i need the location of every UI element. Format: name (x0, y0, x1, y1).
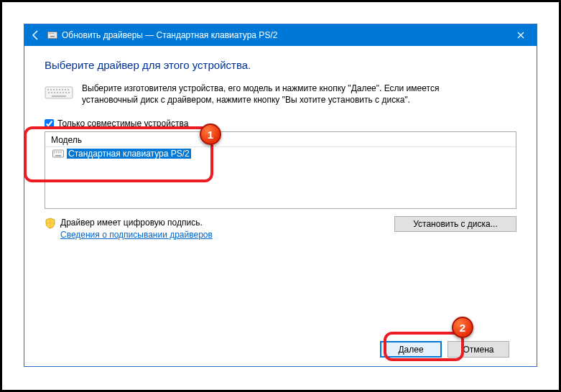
titlebar: Обновить драйверы — Стандартная клавиату… (24, 24, 537, 46)
svg-rect-16 (48, 92, 50, 93)
svg-rect-2 (50, 33, 51, 34)
signature-text: Драйвер имеет цифровую подпись. (60, 218, 213, 228)
svg-rect-21 (62, 92, 64, 93)
compatible-only-checkbox[interactable] (45, 119, 54, 129)
signature-row: Драйвер имеет цифровую подпись. Сведения… (45, 218, 516, 240)
close-button[interactable] (504, 24, 537, 46)
keyboard-item-icon (52, 149, 64, 158)
install-from-disk-button[interactable]: Установить с диска... (394, 216, 516, 232)
svg-rect-27 (56, 151, 57, 153)
svg-rect-11 (56, 89, 57, 90)
wizard-content: Выберите драйвер для этого устройства. (24, 46, 537, 366)
svg-rect-18 (54, 92, 55, 93)
instruction-line: установочный диск с драйвером, нажмите к… (82, 94, 439, 106)
wizard-footer: Далее Отмена (45, 332, 516, 366)
svg-rect-28 (58, 151, 60, 153)
svg-rect-22 (65, 92, 67, 93)
compatible-only-label: Только совместимые устройства (57, 118, 188, 129)
page-heading: Выберите драйвер для этого устройства. (45, 59, 516, 71)
svg-rect-13 (62, 89, 63, 90)
instruction-text: Выберите изготовителя устройства, его мо… (82, 83, 439, 106)
window-title: Обновить драйверы — Стандартная клавиату… (62, 30, 277, 40)
svg-rect-25 (55, 155, 61, 157)
list-column-header: Модель (45, 132, 516, 147)
signature-info-link[interactable]: Сведения о подписывании драйверов (60, 230, 213, 240)
svg-rect-3 (52, 33, 52, 34)
svg-rect-14 (65, 89, 66, 90)
svg-rect-0 (48, 32, 57, 39)
instruction-row: Выберите изготовителя устройства, его мо… (45, 83, 516, 106)
svg-rect-5 (50, 36, 55, 37)
svg-rect-23 (68, 92, 70, 93)
svg-rect-12 (59, 89, 60, 90)
svg-rect-15 (68, 89, 69, 90)
svg-rect-26 (54, 151, 55, 153)
list-item-label: Стандартная клавиатура PS/2 (67, 149, 191, 159)
next-button[interactable]: Далее (380, 341, 442, 358)
compatible-only-checkbox-row[interactable]: Только совместимые устройства (45, 118, 516, 129)
wizard-window: Обновить драйверы — Стандартная клавиату… (24, 24, 537, 367)
svg-rect-10 (53, 89, 55, 90)
list-item[interactable]: Стандартная клавиатура PS/2 (45, 147, 516, 160)
svg-rect-9 (50, 89, 52, 90)
svg-rect-20 (60, 92, 61, 93)
svg-rect-17 (51, 92, 52, 93)
svg-rect-19 (57, 92, 58, 93)
svg-rect-29 (60, 151, 62, 153)
svg-rect-7 (52, 95, 66, 97)
keyboard-title-icon (47, 30, 57, 40)
driver-list[interactable]: Модель Стандартная клавиатура PS/2 (45, 131, 516, 209)
svg-rect-1 (49, 33, 50, 34)
svg-rect-4 (53, 33, 54, 34)
instruction-line: Выберите изготовителя устройства, его мо… (82, 83, 439, 94)
keyboard-icon (45, 84, 73, 101)
svg-rect-8 (47, 89, 49, 90)
back-button[interactable] (24, 24, 47, 46)
shield-icon (45, 218, 56, 229)
cancel-button[interactable]: Отмена (448, 341, 509, 358)
